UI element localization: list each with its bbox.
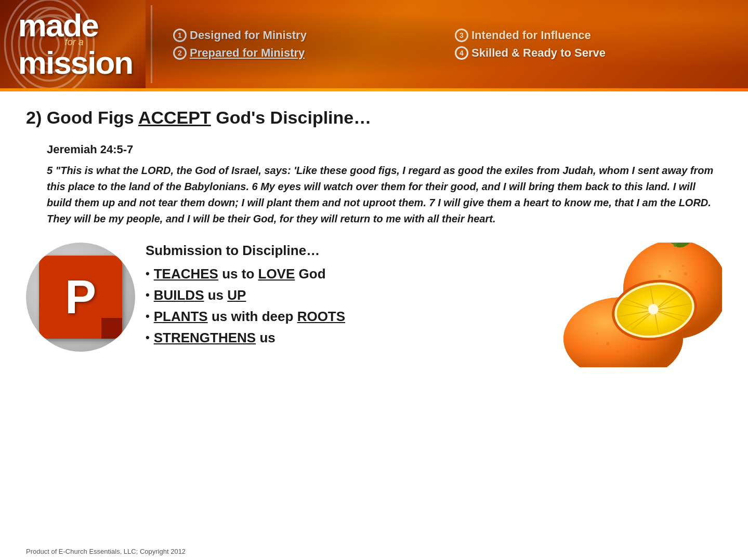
- svg-point-34: [606, 342, 609, 345]
- svg-point-16: [682, 265, 684, 267]
- svg-point-17: [700, 288, 702, 290]
- bottom-section: P Submission to Discipline… • TEACHES us…: [26, 243, 722, 367]
- svg-point-36: [629, 355, 633, 358]
- list-item: • STRENGTHENS us: [146, 330, 524, 346]
- logo-mission: mission: [18, 47, 133, 79]
- section-heading: 2) Good Figs ACCEPT God's Discipline…: [26, 107, 722, 128]
- bullet-dot: •: [146, 311, 150, 322]
- heading-prefix: 2) Good Figs: [26, 108, 138, 127]
- list-item: • BUILDS us UP: [146, 287, 524, 303]
- bullet-list: • TEACHES us to LOVE God • BUILDS us UP …: [146, 266, 524, 346]
- logo-text: made for a mission: [13, 9, 133, 79]
- heading-keyword: ACCEPT: [138, 108, 211, 127]
- bullet-text-3: PLANTS us with deep ROOTS: [154, 309, 345, 325]
- submission-area: Submission to Discipline… • TEACHES us t…: [135, 243, 535, 351]
- oranges-svg: [535, 243, 722, 367]
- footer: Product of E-Church Essentials, LLC; Cop…: [26, 546, 186, 556]
- svg-point-37: [596, 332, 598, 335]
- bullet-keyword-1a: TEACHES: [154, 266, 218, 282]
- ppt-p-letter: P: [65, 274, 96, 321]
- oranges-image: [535, 243, 722, 367]
- bullet-dot: •: [146, 332, 150, 343]
- scripture-text: 5 "This is what the LORD, the God of Isr…: [47, 163, 722, 227]
- svg-point-35: [617, 350, 620, 353]
- ppt-circle: P: [26, 243, 135, 352]
- heading-suffix: God's Discipline…: [211, 108, 371, 127]
- svg-point-11: [684, 272, 687, 275]
- bullet-keyword-4a: STRENGTHENS: [154, 330, 256, 345]
- bullet-dot: •: [146, 268, 150, 279]
- header: made for a mission 1 Designed for Minist…: [0, 0, 748, 88]
- footer-text: Product of E-Church Essentials, LLC; Cop…: [26, 548, 186, 555]
- scripture-reference: Jeremiah 24:5-7: [47, 143, 722, 156]
- bullet-keyword-2a: BUILDS: [154, 287, 204, 303]
- bullet-text-1: TEACHES us to LOVE God: [154, 266, 326, 282]
- powerpoint-icon-wrap: P: [26, 243, 135, 352]
- submission-heading: Submission to Discipline…: [146, 243, 524, 259]
- main-content: 2) Good Figs ACCEPT God's Discipline… Je…: [0, 91, 748, 378]
- svg-point-9: [658, 275, 661, 278]
- svg-point-12: [695, 281, 697, 283]
- bullet-text-4: STRENGTHENS us: [154, 330, 275, 346]
- bullet-keyword-1b: LOVE: [258, 266, 295, 282]
- bullet-dot: •: [146, 289, 150, 301]
- bullet-keyword-3b: ROOTS: [297, 309, 345, 324]
- bullet-text-2: BUILDS us UP: [154, 287, 246, 303]
- svg-point-10: [669, 270, 672, 272]
- scripture-body: 5 "This is what the LORD, the God of Isr…: [47, 165, 713, 224]
- bullet-keyword-3a: PLANTS: [154, 309, 208, 324]
- list-item: • PLANTS us with deep ROOTS: [146, 309, 524, 325]
- list-item: • TEACHES us to LOVE God: [146, 266, 524, 282]
- ppt-circle-inner: P: [39, 256, 122, 339]
- bullet-keyword-2b: UP: [227, 287, 246, 303]
- logo-area: made for a mission: [0, 0, 146, 88]
- svg-point-38: [637, 345, 640, 348]
